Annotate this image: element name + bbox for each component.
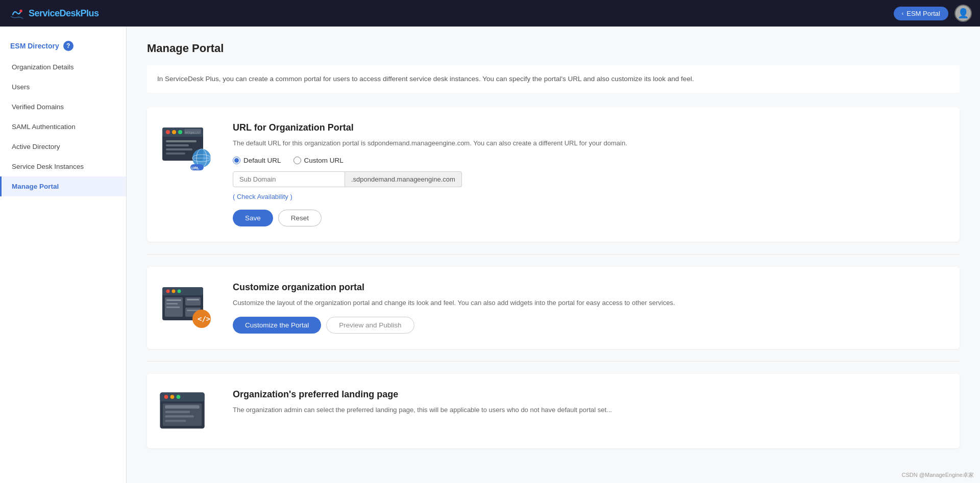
svg-rect-41	[165, 411, 190, 413]
svg-rect-28	[166, 303, 178, 304]
landing-page-section-content: Organization's preferred landing page Th…	[233, 389, 944, 424]
subdomain-input[interactable]	[233, 171, 345, 187]
sidebar-item-org-details[interactable]: Organization Details	[0, 57, 126, 77]
sidebar-item-saml-auth[interactable]: SAML Authentication	[0, 117, 126, 137]
url-input-row: .sdpondemand.manageengine.com	[233, 171, 944, 187]
main-content: Manage Portal In ServiceDesk Plus, you c…	[127, 27, 980, 483]
esm-portal-button[interactable]: ‹ ESM Portal	[894, 7, 948, 20]
svg-rect-30	[187, 299, 199, 300]
sidebar-item-manage-portal[interactable]: Manage Portal	[0, 176, 126, 196]
url-section-content: URL for Organization Portal The default …	[233, 122, 944, 227]
custom-url-radio-label[interactable]: Custom URL	[293, 157, 344, 164]
svg-rect-12	[166, 152, 185, 155]
avatar[interactable]: 👤	[954, 5, 972, 22]
customize-illustration: </>	[157, 282, 218, 333]
sidebar-item-verified-domains[interactable]: Verified Domains	[0, 97, 126, 117]
subdomain-suffix: .sdpondemand.manageengine.com	[345, 171, 462, 187]
default-url-label: Default URL	[243, 157, 281, 164]
svg-rect-29	[166, 307, 180, 308]
save-button[interactable]: Save	[233, 210, 273, 226]
svg-point-4	[166, 130, 170, 134]
customize-btn-group: Customize the Portal Preview and Publish	[233, 317, 944, 334]
check-availability-link[interactable]: ( Check Availability )	[233, 193, 292, 200]
default-url-radio-label[interactable]: Default URL	[233, 157, 281, 164]
svg-point-37	[170, 395, 175, 399]
svg-text:https://: https://	[185, 130, 200, 134]
page-title: Manage Portal	[147, 42, 960, 55]
svg-rect-42	[165, 415, 194, 417]
svg-point-1	[19, 10, 22, 12]
svg-text:URL: URL	[191, 165, 200, 170]
svg-point-21	[166, 290, 170, 293]
customize-svg-illustration: </>	[160, 285, 216, 331]
svg-rect-9	[166, 140, 197, 142]
chevron-left-icon: ‹	[902, 10, 904, 16]
sidebar-item-service-desk-instances[interactable]: Service Desk Instances	[0, 157, 126, 176]
section-divider-2	[147, 361, 960, 362]
url-svg-illustration: https:// URL	[160, 125, 216, 171]
custom-url-label: Custom URL	[304, 157, 344, 164]
sidebar-title-text: ESM Directory	[10, 42, 59, 50]
svg-point-5	[172, 130, 176, 134]
landing-page-heading: Organization's preferred landing page	[233, 389, 944, 400]
logo-text: ServiceDeskPlus	[29, 8, 99, 19]
url-illustration: https:// URL	[157, 122, 218, 173]
svg-point-6	[178, 130, 182, 134]
landing-page-svg-illustration	[157, 390, 218, 440]
topnav-right: ‹ ESM Portal 👤	[894, 5, 972, 22]
customize-section-desc: Customize the layout of the organization…	[233, 298, 944, 309]
url-section-heading: URL for Organization Portal	[233, 122, 944, 133]
customize-section-card: </> Customize organization portal Custom…	[147, 267, 960, 349]
svg-rect-40	[165, 405, 200, 409]
svg-point-38	[177, 395, 181, 399]
svg-rect-11	[166, 148, 192, 150]
preview-publish-button[interactable]: Preview and Publish	[326, 317, 414, 334]
svg-rect-43	[165, 420, 186, 422]
section-divider-1	[147, 254, 960, 255]
landing-page-desc: The organization admin can select the pr…	[233, 405, 944, 416]
default-url-radio[interactable]	[233, 157, 240, 164]
sidebar-item-users[interactable]: Users	[0, 77, 126, 97]
custom-url-radio[interactable]	[293, 157, 301, 164]
svg-text:</>: </>	[198, 315, 210, 323]
sidebar-section-title: ESM Directory ?	[0, 37, 126, 57]
sidebar-item-active-directory[interactable]: Active Directory	[0, 137, 126, 157]
svg-point-22	[172, 290, 176, 293]
landing-page-illustration	[157, 389, 218, 440]
sidebar: ESM Directory ? Organization Details Use…	[0, 27, 127, 483]
svg-point-36	[164, 395, 168, 399]
svg-rect-27	[166, 299, 181, 301]
url-section-desc: The default URL for this organization po…	[233, 138, 944, 149]
app-logo: ServiceDeskPlus	[8, 5, 99, 22]
reset-button[interactable]: Reset	[278, 210, 322, 226]
logo-svg-icon	[8, 5, 26, 22]
esm-portal-label: ESM Portal	[906, 10, 940, 17]
url-radio-group: Default URL Custom URL	[233, 157, 944, 164]
svg-rect-10	[166, 144, 189, 146]
app-layout: ESM Directory ? Organization Details Use…	[0, 27, 980, 483]
top-navigation: ServiceDeskPlus ‹ ESM Portal 👤	[0, 0, 980, 27]
svg-point-23	[178, 290, 181, 293]
landing-page-section-card: Organization's preferred landing page Th…	[147, 374, 960, 448]
customize-section-content: Customize organization portal Customize …	[233, 282, 944, 334]
watermark: CSDN @ManageEngine卓家	[902, 471, 974, 479]
customize-section-heading: Customize organization portal	[233, 282, 944, 293]
svg-rect-25	[185, 297, 201, 306]
help-icon[interactable]: ?	[63, 41, 74, 51]
url-section-card: https:// URL URL for Organi	[147, 107, 960, 242]
avatar-icon: 👤	[958, 8, 969, 19]
customize-portal-button[interactable]: Customize the Portal	[233, 317, 321, 334]
intro-text: In ServiceDesk Plus, you can create a co…	[147, 65, 960, 93]
url-btn-group: Save Reset	[233, 210, 944, 226]
